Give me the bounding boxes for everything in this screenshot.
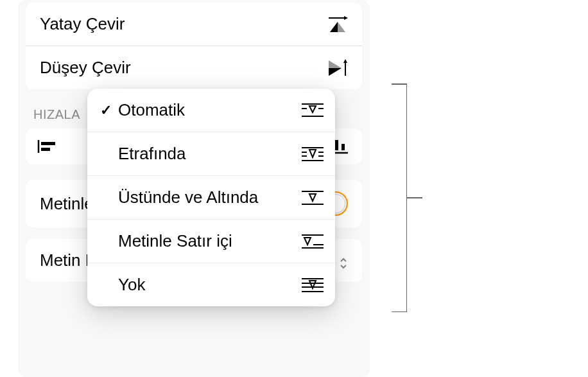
- flip-vertical-label: Düşey Çevir: [40, 58, 131, 78]
- wrap-above-below-icon: [302, 190, 324, 206]
- flip-horizontal-icon: [327, 15, 348, 33]
- svg-rect-12: [335, 140, 338, 150]
- svg-marker-21: [309, 106, 316, 112]
- svg-marker-3: [330, 22, 338, 32]
- flip-horizontal-row[interactable]: Yatay Çevir: [26, 3, 362, 46]
- svg-marker-5: [343, 59, 347, 63]
- checkmark-icon: ✓: [96, 102, 116, 119]
- svg-rect-9: [41, 142, 55, 145]
- chevrons-icon: [339, 254, 348, 267]
- popup-label: Üstünde ve Altında: [116, 188, 302, 207]
- callout-bracket: [392, 83, 407, 312]
- flip-vertical-row[interactable]: Düşey Çevir: [26, 46, 362, 89]
- popup-item-above-below[interactable]: Üstünde ve Altında: [87, 176, 335, 220]
- svg-marker-7: [329, 68, 342, 76]
- svg-marker-1: [344, 16, 348, 20]
- popup-item-none[interactable]: Yok: [87, 263, 335, 306]
- popup-label: Metinle Satır içi: [116, 231, 302, 251]
- svg-rect-13: [342, 144, 345, 150]
- popup-label: Yok: [116, 275, 302, 295]
- wrap-auto-icon: [302, 103, 324, 118]
- svg-rect-10: [41, 148, 50, 151]
- svg-marker-27: [309, 150, 316, 157]
- popup-item-around[interactable]: Etrafında: [87, 132, 335, 176]
- popup-label: Otomatik: [116, 100, 302, 120]
- wrap-none-icon: [302, 277, 324, 293]
- wrap-inline-icon: [302, 234, 324, 249]
- flip-vertical-icon: [327, 59, 348, 77]
- popup-item-auto[interactable]: ✓ Otomatik: [87, 89, 335, 132]
- popup-label: Etrafında: [116, 144, 302, 164]
- svg-marker-32: [309, 194, 316, 201]
- flip-horizontal-label: Yatay Çevir: [40, 14, 125, 34]
- popup-item-inline[interactable]: Metinle Satır içi: [87, 220, 335, 263]
- svg-marker-35: [304, 238, 311, 245]
- align-left-icon[interactable]: [37, 139, 58, 154]
- callout-bracket-tick: [407, 197, 422, 198]
- text-wrap-popup: ✓ Otomatik Etrafında: [87, 89, 335, 306]
- wrap-around-icon: [302, 146, 324, 162]
